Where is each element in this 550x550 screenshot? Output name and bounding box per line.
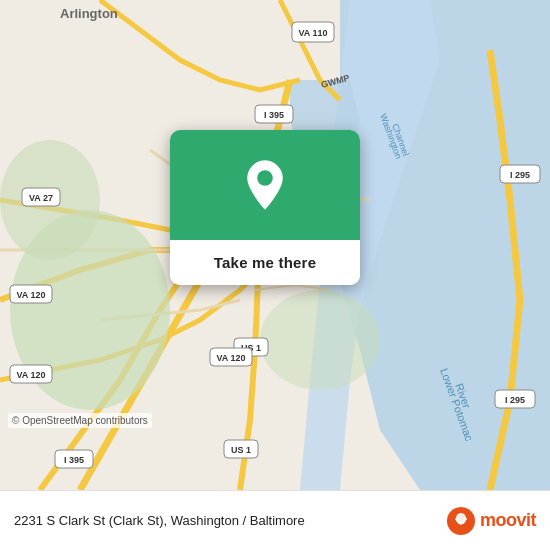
popup-header	[170, 130, 360, 240]
svg-text:VA 120: VA 120	[216, 353, 245, 363]
svg-text:VA 120: VA 120	[16, 290, 45, 300]
location-pin-icon	[239, 159, 291, 211]
moovit-name: moovit	[480, 510, 536, 531]
svg-point-3	[260, 290, 380, 390]
svg-text:I 295: I 295	[505, 395, 525, 405]
copyright-text: © OpenStreetMap contributors	[8, 413, 152, 428]
svg-text:I 395: I 395	[264, 110, 284, 120]
svg-text:Arlington: Arlington	[60, 6, 118, 21]
svg-text:VA 120: VA 120	[16, 370, 45, 380]
bottom-bar: 2231 S Clark St (Clark St), Washington /…	[0, 490, 550, 550]
svg-text:VA 27: VA 27	[29, 193, 53, 203]
take-me-there-button[interactable]: Take me there	[170, 240, 360, 285]
address-text: 2231 S Clark St (Clark St), Washington /…	[14, 513, 447, 528]
popup-card: Take me there	[170, 130, 360, 285]
svg-text:US 1: US 1	[231, 445, 251, 455]
svg-text:I 395: I 395	[64, 455, 84, 465]
moovit-icon	[447, 507, 475, 535]
moovit-logo: moovit	[447, 507, 536, 535]
map-container: VA 110 VA 27 VA 120 VA 120 I 395 I 395 U…	[0, 0, 550, 490]
svg-text:VA 110: VA 110	[298, 28, 327, 38]
svg-text:I 295: I 295	[510, 170, 530, 180]
svg-point-34	[257, 170, 273, 186]
